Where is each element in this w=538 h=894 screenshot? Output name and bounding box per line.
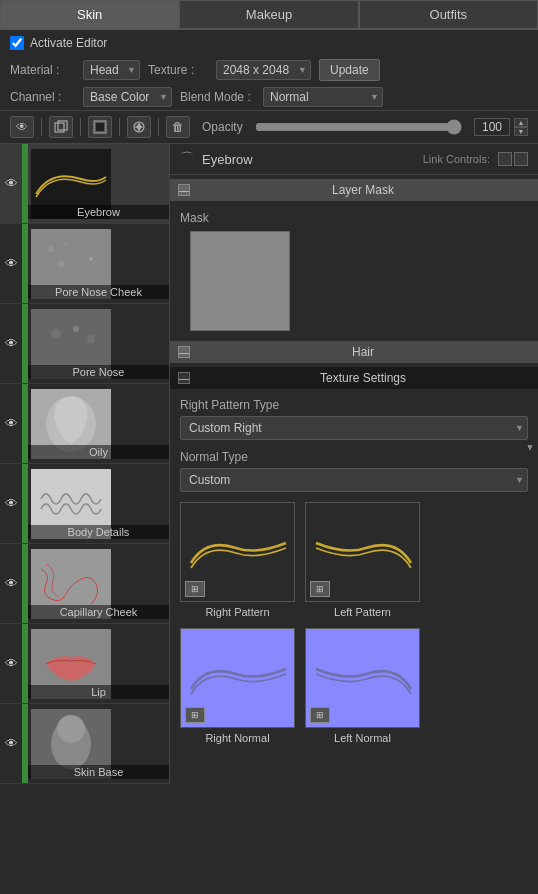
blend-mode-select[interactable]: Normal Multiply Screen Overlay Add: [263, 87, 383, 107]
hair-title: Hair: [196, 345, 530, 359]
opacity-up[interactable]: ▲: [514, 118, 528, 127]
texture-settings-title: Texture Settings: [196, 371, 530, 385]
channel-row: Channel : Base Color Specular Roughness …: [0, 84, 538, 110]
layer-name-capillary-cheek: Capillary Cheek: [28, 605, 169, 619]
activate-editor-checkbox[interactable]: [10, 36, 24, 50]
opacity-value[interactable]: 100: [474, 118, 510, 136]
normal-thumbnails-row: ⊞ Right Normal ⊞ Left Normal: [170, 623, 538, 749]
eye-icon-pore-nose[interactable]: 👁: [0, 336, 22, 351]
left-normal-link-icon[interactable]: ⊞: [310, 707, 330, 723]
pattern-item-left: ⊞ Left Pattern: [305, 502, 420, 618]
tab-outfits[interactable]: Outfits: [359, 0, 538, 29]
right-pattern-link-icon[interactable]: ⊞: [185, 581, 205, 597]
mask-label: Mask: [180, 211, 528, 225]
delete-icon[interactable]: 🗑: [166, 116, 190, 138]
visibility-icon[interactable]: 👁: [10, 116, 34, 138]
svg-point-6: [64, 242, 68, 246]
channel-select[interactable]: Base Color Specular Roughness Normal: [83, 87, 172, 107]
eye-icon-oily[interactable]: 👁: [0, 416, 22, 431]
left-pattern-thumb[interactable]: ⊞: [305, 502, 420, 602]
layer-name-eyebrow: Eyebrow: [28, 205, 169, 219]
normal-type-section: Normal Type Custom Default None ▼: [170, 445, 538, 497]
layer-item-oily[interactable]: 👁 Oily: [0, 384, 169, 464]
material-select-wrapper: Head Body Face ▼: [83, 60, 140, 80]
layer-item-pore-nose-cheek[interactable]: 👁 Pore Nose Cheek: [0, 224, 169, 304]
tab-makeup[interactable]: Makeup: [179, 0, 358, 29]
texture-label: Texture :: [148, 63, 208, 77]
toolbar-sep-3: [119, 118, 120, 136]
left-pattern-link-icon[interactable]: ⊞: [310, 581, 330, 597]
svg-point-13: [60, 343, 72, 355]
svg-text:!: !: [237, 273, 245, 304]
texture-settings-collapse[interactable]: —: [178, 372, 190, 384]
layer-name-pore-nose-cheek: Pore Nose Cheek: [28, 285, 169, 299]
layer-item-eyebrow[interactable]: 👁 Eyebrow: [0, 144, 169, 224]
layer-item-body-details[interactable]: 👁 Body Details: [0, 464, 169, 544]
svg-point-16: [57, 715, 85, 743]
right-pattern-thumb[interactable]: ⊞: [180, 502, 295, 602]
right-normal-link-icon[interactable]: ⊞: [185, 707, 205, 723]
eye-icon-skin-base[interactable]: 👁: [0, 736, 22, 751]
layer-item-skin-base[interactable]: 👁 Skin Base: [0, 704, 169, 784]
mask-preview: !: [190, 231, 290, 331]
color-icon[interactable]: [127, 116, 151, 138]
main-area: 👁 Eyebrow 👁: [0, 144, 538, 784]
svg-point-7: [77, 247, 85, 255]
eye-icon-capillary-cheek[interactable]: 👁: [0, 576, 22, 591]
link-box-1[interactable]: [498, 152, 512, 166]
tab-skin[interactable]: Skin: [0, 0, 179, 29]
layer-name-lip: Lip: [28, 685, 169, 699]
eye-icon-body-details[interactable]: 👁: [0, 496, 22, 511]
material-select[interactable]: Head Body Face: [83, 60, 140, 80]
svg-rect-0: [55, 123, 64, 132]
layer-item-pore-nose[interactable]: 👁 Pore Nose: [0, 304, 169, 384]
material-row: Material : Head Body Face ▼ Texture : 51…: [0, 56, 538, 84]
svg-point-10: [51, 329, 61, 339]
pattern-item-right: ⊞ Right Pattern: [180, 502, 295, 618]
hair-bar[interactable]: — Hair: [170, 341, 538, 363]
copy-icon[interactable]: [49, 116, 73, 138]
pattern-thumbnails-row: ⊞ Right Pattern ⊞ Left Pattern: [170, 497, 538, 623]
opacity-spinner: ▲ ▼: [514, 118, 528, 136]
layer-item-lip[interactable]: 👁 Lip: [0, 624, 169, 704]
right-normal-thumb[interactable]: ⊞: [180, 628, 295, 728]
normal-type-select[interactable]: Custom Default None: [180, 468, 528, 492]
link-controls-label: Link Controls:: [423, 153, 490, 165]
texture-select-wrapper: 512 x 512 1024 x 1024 2048 x 2048 4096 x…: [216, 60, 311, 80]
toolbar: 👁 ▼ ▼ ▼ 🗑 ▼ Opacity 100 ▲ ▼: [0, 110, 538, 144]
toolbar-sep-1: [41, 118, 42, 136]
blend-mode-select-wrapper: Normal Multiply Screen Overlay Add ▼: [263, 87, 383, 107]
top-tabs: Skin Makeup Outfits: [0, 0, 538, 30]
hair-collapse[interactable]: —: [178, 346, 190, 358]
material-label: Material :: [10, 63, 75, 77]
texture-settings-bar[interactable]: — Texture Settings: [170, 367, 538, 389]
layer-mask-collapse[interactable]: —: [178, 184, 190, 196]
right-pattern-label: Right Pattern: [205, 606, 269, 618]
texture-select[interactable]: 512 x 512 1024 x 1024 2048 x 2048 4096 x…: [216, 60, 311, 80]
opacity-down[interactable]: ▼: [514, 127, 528, 136]
layer-item-capillary-cheek[interactable]: 👁 Capillary Cheek: [0, 544, 169, 624]
layer-mask-bar[interactable]: — Layer Mask: [170, 179, 538, 201]
opacity-slider[interactable]: [255, 119, 462, 135]
svg-point-8: [58, 261, 64, 267]
activate-editor-row: Activate Editor: [0, 30, 538, 56]
left-normal-label: Left Normal: [334, 732, 391, 744]
mask-icon[interactable]: [88, 116, 112, 138]
left-normal-thumb[interactable]: ⊞: [305, 628, 420, 728]
channel-label: Channel :: [10, 90, 75, 104]
eyebrow-panel-icon: ⌒: [180, 150, 194, 168]
svg-rect-3: [96, 123, 104, 131]
eye-icon-pore-nose-cheek[interactable]: 👁: [0, 256, 22, 271]
update-button[interactable]: Update: [319, 59, 380, 81]
right-pattern-type-select[interactable]: Custom Right Default Custom: [180, 416, 528, 440]
warning-icon: !: [210, 251, 270, 311]
toolbar-sep-4: [158, 118, 159, 136]
layer-name-body-details: Body Details: [28, 525, 169, 539]
activate-editor-label: Activate Editor: [30, 36, 107, 50]
svg-point-9: [89, 257, 93, 261]
eye-icon-eyebrow[interactable]: 👁: [0, 176, 22, 191]
link-box-2[interactable]: [514, 152, 528, 166]
layer-header-title: Eyebrow: [202, 152, 415, 167]
blend-mode-label: Blend Mode :: [180, 90, 255, 104]
eye-icon-lip[interactable]: 👁: [0, 656, 22, 671]
